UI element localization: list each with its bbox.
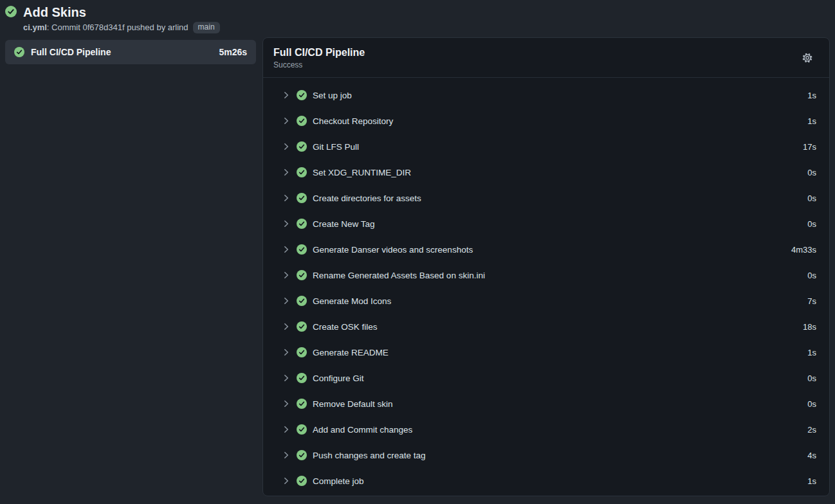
step-name: Generate README (313, 348, 389, 357)
chevron-right-icon (282, 245, 291, 254)
step-list: Set up job 1s Checkout Repository 1s (263, 78, 829, 494)
step-name: Rename Generated Assets Based on skin.in… (313, 271, 485, 280)
chevron-right-icon (282, 399, 291, 408)
chevron-right-icon (282, 425, 291, 434)
step-success-check-icon (297, 399, 307, 409)
step-success-check-icon (297, 476, 307, 486)
step-name: Git LFS Pull (313, 142, 359, 152)
step-duration: 1s (807, 348, 816, 357)
chevron-right-icon (282, 322, 291, 331)
step-row[interactable]: Remove Default skin 0s (263, 391, 829, 417)
step-row[interactable]: Generate Mod Icons 7s (263, 288, 829, 314)
step-duration: 1s (807, 91, 816, 100)
step-row[interactable]: Set up job 1s (263, 82, 829, 108)
step-row[interactable]: Add and Commit changes 2s (263, 417, 829, 442)
step-name: Configure Git (313, 374, 364, 383)
step-success-check-icon (297, 347, 307, 357)
commit-text: : Commit 0f678d341f pushed by arlind (47, 22, 188, 33)
step-row[interactable]: Create New Tag 0s (263, 211, 829, 237)
step-row[interactable]: Checkout Repository 1s (263, 108, 829, 134)
chevron-right-icon (282, 451, 291, 460)
step-row[interactable]: Configure Git 0s (263, 365, 829, 391)
step-duration: 18s (803, 322, 816, 332)
panel-header: Full CI/CD Pipeline Success (263, 38, 829, 78)
step-name: Create directories for assets (313, 194, 421, 203)
chevron-right-icon (282, 476, 291, 485)
step-name: Checkout Repository (313, 116, 393, 126)
step-success-check-icon (297, 321, 307, 332)
step-success-check-icon (297, 141, 307, 152)
chevron-right-icon (282, 348, 291, 357)
step-duration: 4s (807, 451, 816, 460)
panel-job-status: Success (273, 60, 365, 69)
step-duration: 0s (807, 374, 816, 383)
step-row[interactable]: Create OSK files 18s (263, 314, 829, 339)
chevron-right-icon (282, 194, 291, 203)
step-success-check-icon (297, 373, 307, 383)
step-name: Push changes and create tag (313, 451, 426, 460)
job-duration: 5m26s (219, 47, 247, 57)
job-success-check-icon (14, 47, 24, 57)
step-success-check-icon (297, 90, 307, 100)
step-name: Create New Tag (313, 219, 375, 229)
step-success-check-icon (297, 296, 307, 306)
chevron-right-icon (282, 271, 291, 280)
step-row[interactable]: Create directories for assets 0s (263, 185, 829, 211)
step-success-check-icon (297, 219, 307, 229)
chevron-right-icon (282, 91, 291, 100)
chevron-right-icon (282, 296, 291, 305)
run-header-text: Add Skins ci.yml: Commit 0f678d341f push… (23, 4, 220, 33)
chevron-right-icon (282, 168, 291, 177)
step-duration: 0s (807, 194, 816, 203)
step-duration: 1s (807, 476, 816, 486)
step-name: Set up job (313, 91, 352, 100)
run-title: Add Skins (23, 4, 220, 20)
chevron-right-icon (282, 142, 291, 151)
job-log-panel: Full CI/CD Pipeline Success (262, 37, 830, 496)
step-duration: 17s (803, 142, 816, 152)
step-name: Generate Mod Icons (313, 296, 391, 306)
step-success-check-icon (297, 116, 307, 126)
step-row[interactable]: Push changes and create tag 4s (263, 442, 829, 468)
step-name: Generate Danser videos and screenshots (313, 245, 473, 255)
step-duration: 0s (807, 219, 816, 229)
step-name: Complete job (313, 476, 364, 486)
step-duration: 0s (807, 271, 816, 280)
chevron-right-icon (282, 374, 291, 382)
step-success-check-icon (297, 167, 307, 177)
step-name: Set XDG_RUNTIME_DIR (313, 168, 411, 177)
step-duration: 1s (807, 116, 816, 126)
step-row[interactable]: Git LFS Pull 17s (263, 134, 829, 159)
step-name: Create OSK files (313, 322, 378, 332)
gear-icon (802, 52, 813, 64)
step-duration: 2s (807, 425, 816, 435)
branch-badge[interactable]: main (193, 22, 220, 33)
step-success-check-icon (297, 450, 307, 460)
step-row[interactable]: Generate README 1s (263, 339, 829, 365)
step-success-check-icon (297, 244, 307, 255)
step-success-check-icon (297, 193, 307, 203)
log-settings-button[interactable] (800, 50, 815, 66)
step-success-check-icon (297, 270, 307, 280)
panel-header-text: Full CI/CD Pipeline Success (273, 46, 365, 69)
job-name: Full CI/CD Pipeline (31, 47, 111, 57)
step-duration: 0s (807, 168, 816, 177)
step-name: Add and Commit changes (313, 425, 412, 435)
step-row[interactable]: Generate Danser videos and screenshots 4… (263, 237, 829, 262)
chevron-right-icon (282, 219, 291, 228)
chevron-right-icon (282, 116, 291, 125)
run-subtitle: ci.yml: Commit 0f678d341f pushed by arli… (23, 22, 220, 33)
step-duration: 0s (807, 399, 816, 409)
panel-job-title: Full CI/CD Pipeline (273, 46, 365, 59)
step-success-check-icon (297, 424, 307, 435)
step-row[interactable]: Complete job 1s (263, 468, 829, 494)
sidebar-job-full-ci-cd-pipeline[interactable]: Full CI/CD Pipeline 5m26s (5, 40, 256, 64)
success-check-icon (5, 6, 17, 20)
workflow-file-link[interactable]: ci.yml (23, 22, 47, 33)
step-row[interactable]: Rename Generated Assets Based on skin.in… (263, 262, 829, 288)
step-name: Remove Default skin (313, 399, 393, 409)
step-duration: 7s (807, 296, 816, 306)
step-row[interactable]: Set XDG_RUNTIME_DIR 0s (263, 159, 829, 185)
step-duration: 4m33s (791, 245, 816, 255)
run-header: Add Skins ci.yml: Commit 0f678d341f push… (5, 4, 220, 33)
